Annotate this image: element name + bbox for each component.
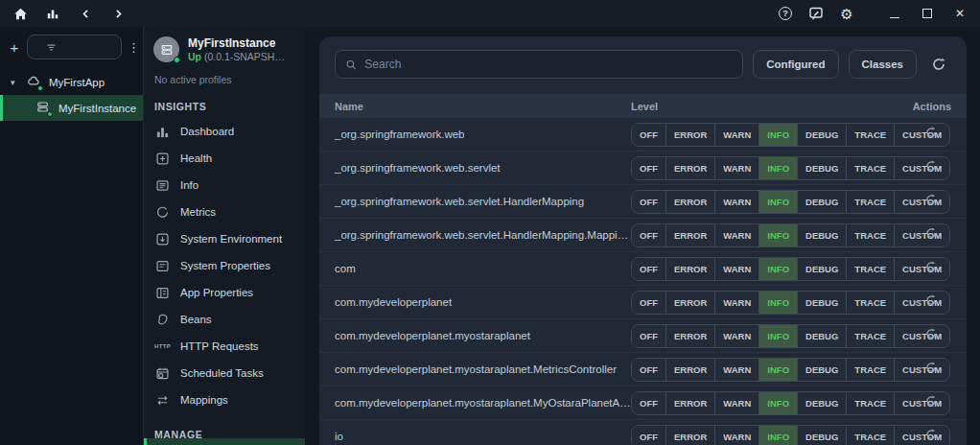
level-button-warn[interactable]: WARN — [714, 258, 758, 280]
reset-logger-icon[interactable] — [924, 327, 938, 344]
sidebar-item-system-properties[interactable]: System Properties — [144, 252, 305, 279]
level-button-debug[interactable]: DEBUG — [797, 292, 846, 314]
level-button-error[interactable]: ERROR — [665, 224, 714, 246]
level-button-debug[interactable]: DEBUG — [797, 124, 846, 146]
sidebar-item-health[interactable]: Health — [144, 145, 305, 172]
bar-chart-icon[interactable] — [44, 5, 61, 22]
level-button-error[interactable]: ERROR — [665, 191, 714, 213]
level-button-trace[interactable]: TRACE — [846, 224, 894, 246]
reset-logger-icon[interactable] — [924, 193, 938, 210]
level-button-info[interactable]: INFO — [758, 426, 797, 445]
sidebar-item-app-properties[interactable]: App Properties — [144, 279, 305, 306]
level-button-trace[interactable]: TRACE — [846, 292, 894, 314]
sidebar-item-dashboard[interactable]: Dashboard — [144, 118, 305, 145]
level-button-off[interactable]: OFF — [632, 224, 665, 246]
level-button-info[interactable]: INFO — [758, 392, 797, 414]
level-button-off[interactable]: OFF — [632, 258, 665, 280]
level-button-error[interactable]: ERROR — [665, 157, 714, 179]
level-button-error[interactable]: ERROR — [665, 124, 714, 146]
level-button-debug[interactable]: DEBUG — [797, 191, 846, 213]
chevron-down-icon[interactable]: ▾ — [11, 78, 19, 87]
level-button-trace[interactable]: TRACE — [846, 392, 894, 414]
tree-menu-kebab-icon[interactable]: ⋮ — [128, 40, 137, 55]
level-button-warn[interactable]: WARN — [714, 191, 758, 213]
level-button-warn[interactable]: WARN — [714, 359, 758, 381]
tree-filter-input[interactable] — [27, 35, 122, 59]
close-icon[interactable]: ✕ — [951, 5, 968, 22]
level-button-debug[interactable]: DEBUG — [797, 325, 846, 347]
level-button-warn[interactable]: WARN — [714, 426, 758, 445]
level-button-trace[interactable]: TRACE — [846, 359, 894, 381]
level-button-off[interactable]: OFF — [632, 359, 665, 381]
level-button-info[interactable]: INFO — [758, 359, 797, 381]
level-button-off[interactable]: OFF — [632, 191, 665, 213]
level-button-info[interactable]: INFO — [758, 191, 797, 213]
reset-logger-icon[interactable] — [924, 226, 938, 244]
sidebar-item-loggers-partial[interactable] — [144, 438, 305, 445]
level-button-trace[interactable]: TRACE — [846, 157, 894, 179]
level-button-error[interactable]: ERROR — [665, 359, 714, 381]
search-input[interactable] — [364, 58, 733, 71]
level-button-warn[interactable]: WARN — [714, 224, 758, 246]
level-button-debug[interactable]: DEBUG — [797, 258, 846, 280]
level-button-info[interactable]: INFO — [758, 325, 797, 347]
level-button-warn[interactable]: WARN — [714, 392, 758, 414]
classes-filter-button[interactable]: Classes — [849, 50, 917, 79]
level-button-trace[interactable]: TRACE — [846, 124, 894, 146]
level-button-debug[interactable]: DEBUG — [797, 359, 846, 381]
sidebar-item-http-requests[interactable]: HTTPHTTP Requests — [144, 333, 305, 360]
level-button-trace[interactable]: TRACE — [846, 191, 894, 213]
back-icon[interactable] — [77, 5, 94, 22]
level-button-error[interactable]: ERROR — [665, 292, 714, 314]
level-button-info[interactable]: INFO — [758, 224, 797, 246]
reset-logger-icon[interactable] — [924, 394, 938, 411]
sidebar-item-beans[interactable]: Beans — [144, 306, 305, 333]
level-button-error[interactable]: ERROR — [665, 325, 714, 347]
sidebar-item-info[interactable]: Info — [144, 172, 305, 199]
level-button-off[interactable]: OFF — [632, 325, 665, 347]
reset-logger-icon[interactable] — [924, 126, 938, 143]
sidebar-item-mappings[interactable]: Mappings — [144, 386, 305, 413]
level-button-debug[interactable]: DEBUG — [797, 392, 846, 414]
level-button-off[interactable]: OFF — [632, 157, 665, 179]
level-button-error[interactable]: ERROR — [665, 258, 714, 280]
level-button-info[interactable]: INFO — [758, 292, 797, 314]
sidebar-item-scheduled-tasks[interactable]: Scheduled Tasks — [144, 360, 305, 386]
level-button-info[interactable]: INFO — [758, 157, 797, 179]
level-button-debug[interactable]: DEBUG — [797, 157, 846, 179]
refresh-icon[interactable] — [926, 52, 951, 77]
level-button-trace[interactable]: TRACE — [846, 258, 894, 280]
settings-gear-icon[interactable]: ⚙ — [838, 5, 855, 22]
level-button-error[interactable]: ERROR — [665, 392, 714, 414]
level-button-off[interactable]: OFF — [632, 392, 665, 414]
level-button-warn[interactable]: WARN — [714, 325, 758, 347]
level-button-warn[interactable]: WARN — [714, 292, 758, 314]
reset-logger-icon[interactable] — [924, 293, 938, 311]
level-button-off[interactable]: OFF — [632, 124, 665, 146]
reset-logger-icon[interactable] — [924, 159, 938, 176]
level-button-trace[interactable]: TRACE — [846, 325, 894, 347]
configured-filter-button[interactable]: Configured — [753, 50, 838, 79]
level-button-trace[interactable]: TRACE — [846, 426, 894, 445]
level-button-debug[interactable]: DEBUG — [797, 224, 846, 246]
minimize-icon[interactable] — [886, 5, 903, 22]
tree-item-myfirstapp[interactable]: ▾MyFirstApp — [0, 69, 143, 95]
level-button-off[interactable]: OFF — [632, 426, 665, 445]
forward-icon[interactable] — [109, 5, 127, 22]
level-button-error[interactable]: ERROR — [665, 426, 714, 445]
home-icon[interactable] — [12, 5, 29, 22]
tree-item-myfirstinstance[interactable]: MyFirstInstance — [0, 95, 143, 121]
help-icon[interactable]: ? — [777, 5, 794, 22]
sidebar-item-system-environment[interactable]: System Environment — [144, 225, 305, 252]
level-button-off[interactable]: OFF — [632, 292, 665, 314]
reset-logger-icon[interactable] — [924, 428, 938, 445]
add-application-button[interactable]: + — [8, 40, 21, 55]
reset-logger-icon[interactable] — [924, 260, 938, 277]
maximize-icon[interactable] — [919, 5, 936, 22]
level-button-info[interactable]: INFO — [758, 124, 797, 146]
level-button-info[interactable]: INFO — [758, 258, 797, 280]
level-button-warn[interactable]: WARN — [714, 157, 758, 179]
sidebar-item-metrics[interactable]: Metrics — [144, 199, 305, 225]
level-button-warn[interactable]: WARN — [714, 124, 758, 146]
reset-logger-icon[interactable] — [924, 361, 938, 378]
